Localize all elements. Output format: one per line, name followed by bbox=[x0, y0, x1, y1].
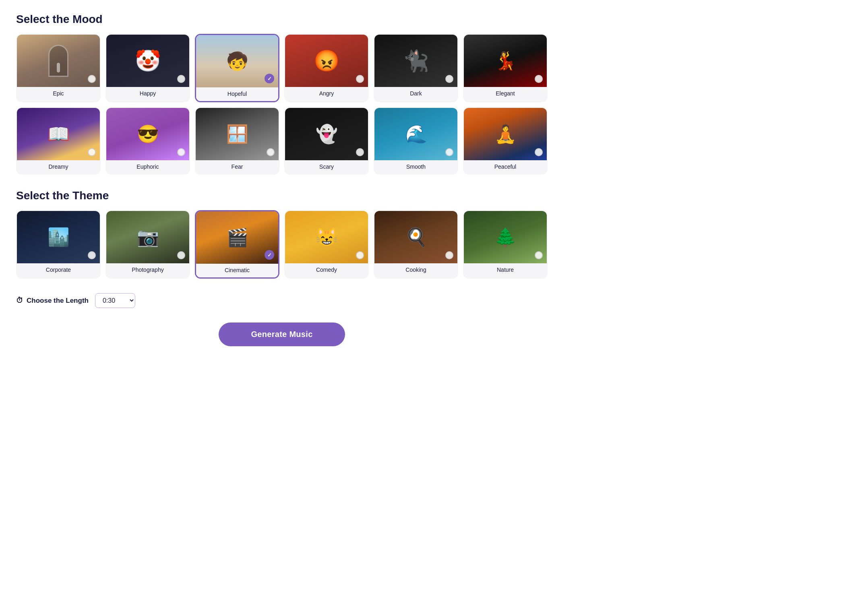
radio-dot bbox=[177, 251, 185, 259]
mood-label-epic: Epic bbox=[17, 87, 100, 101]
theme-card-corporate[interactable]: 🏙️Corporate bbox=[16, 210, 101, 279]
theme-card-cooking[interactable]: 🍳Cooking bbox=[374, 210, 458, 279]
length-section: ⏱ Choose the Length 0:150:300:451:001:30… bbox=[16, 293, 548, 308]
selected-check-icon bbox=[265, 250, 274, 260]
mood-label-angry: Angry bbox=[285, 87, 368, 101]
mood-label-happy: Happy bbox=[106, 87, 189, 101]
radio-dot bbox=[445, 75, 453, 83]
mood-card-happy[interactable]: 🤡Happy bbox=[105, 34, 190, 102]
mood-card-peaceful[interactable]: 🧘Peaceful bbox=[463, 107, 548, 175]
theme-card-cinematic[interactable]: 🎬Cinematic bbox=[195, 210, 279, 279]
mood-label-fear: Fear bbox=[196, 160, 279, 174]
mood-label-hopeful: Hopeful bbox=[196, 87, 278, 101]
radio-dot bbox=[356, 75, 364, 83]
theme-card-nature[interactable]: 🌲Nature bbox=[463, 210, 548, 279]
mood-section-title: Select the Mood bbox=[16, 13, 548, 26]
mood-card-dreamy[interactable]: 📖Dreamy bbox=[16, 107, 101, 175]
mood-label-euphoric: Euphoric bbox=[106, 160, 189, 174]
radio-dot bbox=[445, 251, 453, 259]
mood-card-angry[interactable]: 😡Angry bbox=[284, 34, 369, 102]
theme-label-photography: Photography bbox=[106, 263, 189, 277]
radio-dot bbox=[445, 148, 453, 156]
radio-dot bbox=[267, 148, 275, 156]
mood-grid: Epic🤡Happy🧒Hopeful😡Angry🐈‍⬛Dark💃Elegant📖… bbox=[16, 34, 548, 175]
mood-label-smooth: Smooth bbox=[374, 160, 457, 174]
generate-wrap: Generate Music bbox=[16, 322, 548, 346]
clock-icon: ⏱ bbox=[16, 296, 23, 305]
length-label-text: Choose the Length bbox=[27, 297, 89, 305]
theme-label-cinematic: Cinematic bbox=[196, 264, 278, 277]
radio-dot bbox=[535, 75, 543, 83]
selected-check-icon bbox=[265, 74, 274, 83]
mood-card-elegant[interactable]: 💃Elegant bbox=[463, 34, 548, 102]
length-select[interactable]: 0:150:300:451:001:302:00 bbox=[95, 293, 135, 308]
theme-grid: 🏙️Corporate📷Photography🎬Cinematic😸Comedy… bbox=[16, 210, 548, 279]
mood-card-scary[interactable]: 👻Scary bbox=[284, 107, 369, 175]
mood-label-scary: Scary bbox=[285, 160, 368, 174]
theme-card-comedy[interactable]: 😸Comedy bbox=[284, 210, 369, 279]
theme-label-cooking: Cooking bbox=[374, 263, 457, 277]
mood-card-epic[interactable]: Epic bbox=[16, 34, 101, 102]
mood-card-smooth[interactable]: 🌊Smooth bbox=[374, 107, 458, 175]
generate-music-button[interactable]: Generate Music bbox=[219, 322, 345, 346]
theme-section-title: Select the Theme bbox=[16, 189, 548, 202]
mood-card-fear[interactable]: 🪟Fear bbox=[195, 107, 279, 175]
length-label: ⏱ Choose the Length bbox=[16, 296, 89, 305]
radio-dot bbox=[535, 148, 543, 156]
radio-dot bbox=[88, 251, 96, 259]
mood-card-dark[interactable]: 🐈‍⬛Dark bbox=[374, 34, 458, 102]
mood-label-elegant: Elegant bbox=[464, 87, 547, 101]
theme-card-photography[interactable]: 📷Photography bbox=[105, 210, 190, 279]
radio-dot bbox=[356, 148, 364, 156]
mood-label-dreamy: Dreamy bbox=[17, 160, 100, 174]
mood-card-hopeful[interactable]: 🧒Hopeful bbox=[195, 34, 279, 102]
mood-label-peaceful: Peaceful bbox=[464, 160, 547, 174]
radio-dot bbox=[177, 75, 185, 83]
theme-label-nature: Nature bbox=[464, 263, 547, 277]
theme-label-corporate: Corporate bbox=[17, 263, 100, 277]
mood-card-euphoric[interactable]: 😎Euphoric bbox=[105, 107, 190, 175]
radio-dot bbox=[177, 148, 185, 156]
theme-label-comedy: Comedy bbox=[285, 263, 368, 277]
radio-dot bbox=[88, 75, 96, 83]
radio-dot bbox=[535, 251, 543, 259]
radio-dot bbox=[88, 148, 96, 156]
mood-label-dark: Dark bbox=[374, 87, 457, 101]
radio-dot bbox=[356, 251, 364, 259]
